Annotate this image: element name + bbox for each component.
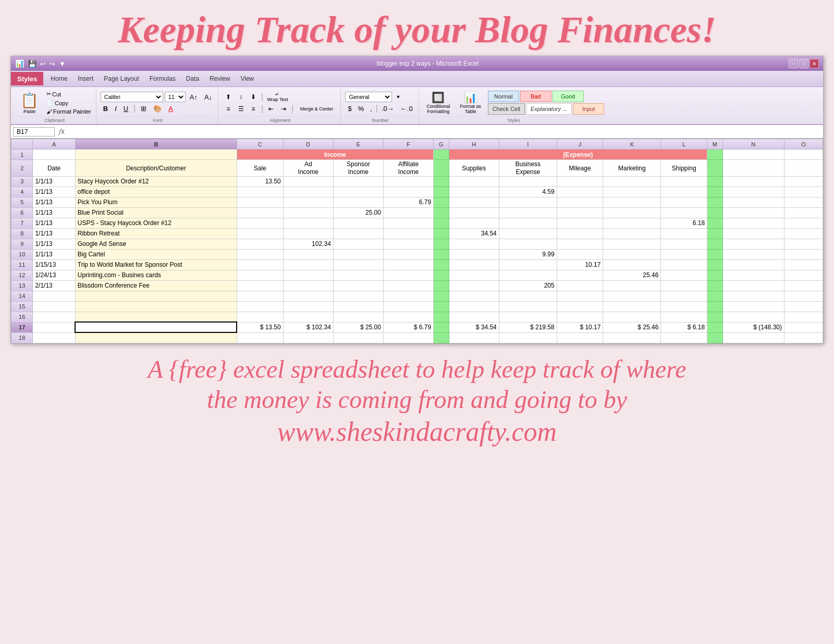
col-header-c[interactable]: C (237, 139, 283, 150)
cell-i2[interactable]: BusinessExpense (499, 160, 557, 177)
good-style[interactable]: Good (553, 91, 584, 102)
cell-c2[interactable]: Sale (237, 160, 283, 177)
cell-expense-header[interactable]: (Expense) (449, 150, 707, 160)
align-middle-button[interactable]: ↕ (235, 92, 247, 102)
table-row: 13 2/1/13 Blissdom Conference Fee 205 (11, 280, 823, 291)
increase-font-button[interactable]: A↑ (187, 92, 200, 102)
cell-h2[interactable]: Supplies (449, 160, 499, 177)
cell-n1[interactable] (722, 150, 784, 160)
col-header-o[interactable]: O (784, 139, 823, 150)
save-icon[interactable]: 💾 (27, 59, 38, 68)
col-header-j[interactable]: J (557, 139, 603, 150)
align-top-button[interactable]: ⬆ (223, 92, 234, 102)
percent-button[interactable]: % (355, 103, 367, 114)
decrease-font-button[interactable]: A↓ (202, 92, 215, 102)
dropdown-icon[interactable]: ▼ (58, 59, 67, 68)
website-url[interactable]: www.sheskindacrafty.com (5, 414, 829, 450)
selected-cell-b17[interactable] (75, 322, 237, 332)
minimize-button[interactable]: ─ (789, 59, 798, 68)
home-menu[interactable]: Home (45, 73, 72, 84)
font-color-button[interactable]: A (166, 103, 176, 114)
check-cell-style[interactable]: Check Cell (488, 103, 525, 115)
ribbon: 📋 Paste ✂Cut 📄Copy 🖌Format Painter (11, 87, 823, 125)
cell-d2[interactable]: AdIncome (283, 160, 333, 177)
close-button[interactable]: ✕ (810, 59, 819, 68)
insert-menu[interactable]: Insert (72, 73, 99, 84)
conditional-formatting-button[interactable]: 🔲 Conditional Formatting (423, 90, 453, 115)
fill-color-button[interactable]: 🎨 (151, 103, 164, 114)
view-menu[interactable]: View (235, 73, 259, 84)
col-header-f[interactable]: F (383, 139, 433, 150)
cell-g2[interactable] (434, 160, 449, 177)
col-header-g[interactable]: G (434, 139, 449, 150)
col-header-a[interactable]: A (33, 139, 75, 150)
decrease-decimal-button[interactable]: ←.0 (398, 103, 415, 114)
col-header-h[interactable]: H (449, 139, 499, 150)
maximize-button[interactable]: □ (799, 59, 808, 68)
comma-button[interactable]: , (367, 103, 375, 114)
cell-o1[interactable] (784, 150, 823, 160)
cut-button[interactable]: ✂Cut (45, 90, 93, 98)
normal-style[interactable]: Normal (488, 91, 519, 102)
review-menu[interactable]: Review (204, 73, 235, 84)
col-header-e[interactable]: E (333, 139, 383, 150)
cell-n2[interactable] (722, 160, 784, 177)
cell-a1[interactable] (33, 150, 75, 160)
cell-b2[interactable]: Description/Customer (75, 160, 237, 177)
increase-decimal-button[interactable]: .0→ (379, 103, 397, 114)
format-as-table-button[interactable]: 📊 Format as Table (456, 90, 486, 115)
cell-k2[interactable]: Marketing (603, 160, 661, 177)
col-header-d[interactable]: D (283, 139, 333, 150)
cell-m2[interactable] (707, 160, 723, 177)
copy-button[interactable]: 📄Copy (45, 99, 93, 107)
col-header-n[interactable]: N (722, 139, 784, 150)
cell-f2[interactable]: AffiliateIncome (383, 160, 433, 177)
font-group: Calibri 11 A↑ A↓ B I U | (97, 89, 218, 124)
cell-m1[interactable] (707, 150, 723, 160)
paste-button[interactable]: 📋 Paste (16, 91, 43, 115)
align-center-button[interactable]: ☰ (235, 104, 247, 114)
bold-button[interactable]: B (101, 103, 111, 114)
underline-button[interactable]: U (121, 103, 131, 114)
file-menu[interactable]: Styles (11, 72, 43, 85)
format-painter-button[interactable]: 🖌Format Painter (45, 108, 93, 115)
borders-button[interactable]: ⊞ (138, 103, 149, 114)
align-right-button[interactable]: ≡ (248, 104, 259, 114)
cell-l2[interactable]: Shipping (661, 160, 707, 177)
number-dropdown-button[interactable]: ▼ (393, 92, 403, 102)
cell-a2[interactable]: Date (33, 160, 75, 177)
bad-style[interactable]: Bad (520, 91, 551, 102)
col-header-k[interactable]: K (603, 139, 661, 150)
col-header-i[interactable]: I (499, 139, 557, 150)
number-format-select[interactable]: General (345, 92, 392, 102)
page-layout-menu[interactable]: Page Layout (99, 73, 144, 84)
data-menu[interactable]: Data (181, 73, 204, 84)
col-header-b[interactable]: B (75, 139, 237, 150)
cell-e2[interactable]: SponsorIncome (333, 160, 383, 177)
cell-b1[interactable] (75, 150, 237, 160)
input-style[interactable]: Input (573, 103, 604, 115)
font-family-select[interactable]: Calibri (101, 92, 163, 102)
indent-decrease-button[interactable]: ⇤ (265, 104, 277, 114)
col-header-l[interactable]: L (661, 139, 707, 150)
cell-reference[interactable]: B17 (13, 127, 55, 137)
cell-j2[interactable]: Mileage (557, 160, 603, 177)
cell-income-header[interactable]: Income (237, 150, 433, 160)
col-header-m[interactable]: M (707, 139, 723, 150)
formulas-menu[interactable]: Formulas (144, 73, 181, 84)
merge-center-button[interactable]: Merge & Center (296, 104, 337, 114)
redo-icon[interactable]: ↪ (48, 59, 56, 68)
italic-button[interactable]: I (112, 103, 119, 114)
wrap-text-button[interactable]: ↵ Wrap Text (265, 91, 289, 103)
currency-button[interactable]: $ (345, 103, 354, 114)
align-bottom-button[interactable]: ⬇ (248, 92, 259, 102)
cell-o2[interactable] (784, 160, 823, 177)
font-size-select[interactable]: 11 (165, 92, 186, 102)
indent-increase-button[interactable]: ⇥ (278, 104, 289, 114)
cell-g1[interactable] (434, 150, 449, 160)
align-left-button[interactable]: ≡ (223, 104, 234, 114)
undo-icon[interactable]: ↩ (39, 59, 47, 68)
table-row: 6 1/1/13 Blue Print Social 25.00 (11, 207, 823, 218)
explanatory-style[interactable]: Explanatory ... (526, 103, 572, 115)
formula-input[interactable] (69, 128, 821, 135)
